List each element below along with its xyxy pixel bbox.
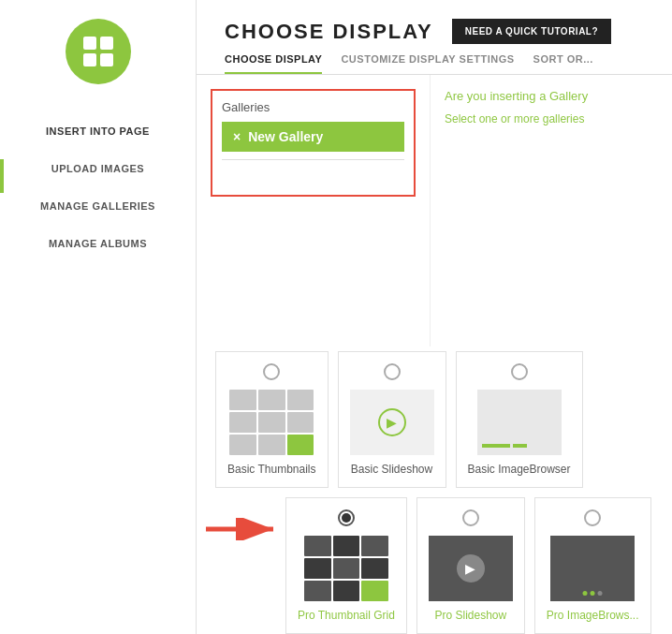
tc2 (258, 390, 285, 410)
slideshow-preview: ▶ (350, 390, 434, 455)
tc8 (258, 435, 285, 455)
main-content: CHOOSE DISPLAY NEED A QUICK TUTORIAL? CH… (197, 0, 672, 634)
display-option-pro-slideshow[interactable]: ▶ Pro Slideshow (416, 497, 525, 634)
ptc2 (333, 536, 360, 556)
radio-pro-imagebrowser[interactable] (584, 509, 601, 526)
sidebar: INSERT INTO PAGE UPLOAD IMAGES MANAGE GA… (0, 0, 197, 634)
info-line2: Select one or more galleries (445, 112, 658, 125)
label-pro-thumbnail-grid: Pro Thumbnail Grid (298, 609, 395, 622)
ptc6 (361, 558, 388, 579)
dot2 (591, 591, 595, 596)
tc1 (229, 390, 256, 410)
tab-sort[interactable]: SORT OR... (533, 53, 593, 74)
tab-choose-display[interactable]: CHOOSE DISPLAY (225, 53, 322, 74)
browser-accent2 (513, 444, 527, 448)
label-basic-imagebrowser: Basic ImageBrowser (468, 463, 571, 476)
label-pro-imagebrowser: Pro ImageBrows... (547, 609, 639, 622)
ptc3 (361, 536, 388, 556)
tc4 (229, 412, 256, 433)
content-area: Galleries × New Gallery Are you insertin… (197, 75, 672, 346)
page-title: CHOOSE DISPLAY (225, 20, 433, 44)
ptc4 (304, 558, 331, 579)
logo-square-4 (100, 53, 113, 66)
radio-basic-slideshow[interactable] (384, 363, 401, 380)
sidebar-item-insert[interactable]: INSERT INTO PAGE (0, 112, 196, 150)
tc5 (258, 412, 285, 433)
gallery-label: Galleries (222, 100, 404, 114)
info-line1: Are you inserting a Gallery (445, 89, 658, 103)
label-pro-slideshow: Pro Slideshow (434, 609, 506, 622)
sidebar-item-manage-albums[interactable]: MANAGE ALBUMS (0, 225, 196, 262)
gallery-selector: Galleries × New Gallery (211, 89, 416, 197)
info-panel: Are you inserting a Gallery Select one o… (431, 75, 672, 346)
pro-slideshow-preview: ▶ (429, 536, 513, 601)
pro-browser-preview (550, 536, 635, 601)
play-icon: ▶ (378, 408, 406, 436)
display-row-2: Pro Thumbnail Grid ▶ Pro Slideshow (285, 497, 670, 634)
display-option-basic-imagebrowser[interactable]: Basic ImageBrowser (456, 351, 583, 488)
tc6 (287, 412, 314, 433)
ptc8 (333, 581, 360, 601)
gallery-tag-x[interactable]: × (233, 129, 241, 144)
pro-browser-dots (583, 591, 603, 596)
app-logo (66, 19, 131, 84)
label-basic-thumbnails: Basic Thumbnails (227, 463, 316, 476)
dot3 (598, 591, 603, 596)
tc3 (287, 390, 314, 410)
display-option-basic-thumbnails[interactable]: Basic Thumbnails (215, 351, 329, 488)
browser-accent1 (482, 444, 510, 448)
arrow-container (197, 497, 285, 540)
radio-inner (342, 513, 351, 523)
dot1 (583, 591, 588, 596)
logo-square-2 (100, 37, 113, 50)
gallery-tag-name: New Gallery (248, 129, 323, 144)
pro-play-icon: ▶ (457, 554, 485, 582)
tc9 (287, 435, 314, 455)
ptc5 (333, 558, 360, 579)
display-row-2-container: Pro Thumbnail Grid ▶ Pro Slideshow (197, 497, 672, 634)
radio-pro-thumbnail-grid[interactable] (338, 509, 355, 526)
active-indicator (0, 159, 4, 193)
display-row-1: Basic Thumbnails ▶ Basic Slideshow Basic… (197, 351, 672, 488)
header: CHOOSE DISPLAY NEED A QUICK TUTORIAL? (197, 0, 672, 44)
display-option-basic-slideshow[interactable]: ▶ Basic Slideshow (338, 351, 446, 488)
thumbnail-preview (229, 390, 314, 455)
logo-grid (83, 37, 113, 66)
ptc9 (361, 581, 388, 601)
label-basic-slideshow: Basic Slideshow (351, 463, 432, 476)
radio-pro-slideshow[interactable] (462, 509, 479, 526)
sidebar-item-manage-galleries[interactable]: MANAGE GALLERIES (0, 187, 196, 225)
tutorial-button[interactable]: NEED A QUICK TUTORIAL? (452, 19, 611, 44)
sidebar-item-upload[interactable]: UPLOAD IMAGES (0, 150, 196, 187)
display-option-pro-thumbnail-grid[interactable]: Pro Thumbnail Grid (285, 497, 407, 634)
browser-preview (477, 390, 562, 455)
tc7 (229, 435, 256, 455)
arrow-icon (206, 518, 281, 540)
tab-customize-display[interactable]: CUSTOMIZE DISPLAY SETTINGS (341, 53, 514, 74)
left-panel: Galleries × New Gallery (197, 75, 431, 346)
ptc7 (304, 581, 331, 601)
sidebar-nav: INSERT INTO PAGE UPLOAD IMAGES MANAGE GA… (0, 112, 196, 262)
logo-square-3 (83, 53, 96, 66)
logo-square-1 (83, 37, 96, 50)
tabs: CHOOSE DISPLAY CUSTOMIZE DISPLAY SETTING… (197, 44, 672, 75)
gallery-search-input[interactable] (222, 159, 404, 185)
radio-basic-thumbnails[interactable] (263, 363, 280, 380)
gallery-selected-tag[interactable]: × New Gallery (222, 122, 404, 152)
pro-thumbnail-preview (304, 536, 388, 601)
display-option-pro-imagebrowser[interactable]: Pro ImageBrows... (534, 497, 651, 634)
ptc1 (304, 536, 331, 556)
radio-basic-imagebrowser[interactable] (511, 363, 528, 380)
